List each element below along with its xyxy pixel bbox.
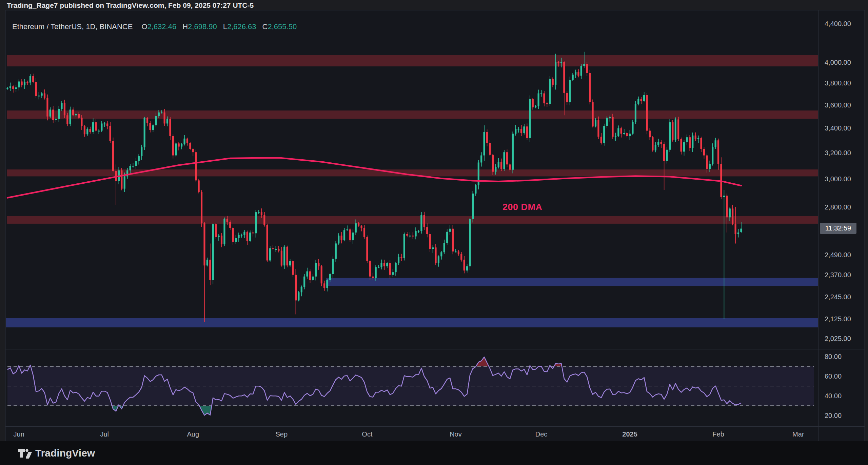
tradingview-screenshot: 4,400.004,000.003,800.003,600.003,400.00…: [0, 0, 868, 465]
price-axis-label: 4,400.00: [825, 20, 851, 27]
support-zone: [326, 278, 818, 286]
time-axis-label: Mar: [792, 430, 804, 438]
close-value: 2,655.50: [268, 22, 297, 31]
time-axis-label: Jun: [14, 430, 24, 438]
time-axis-label: Oct: [362, 430, 373, 438]
price-axis-label: 2,245.00: [825, 293, 851, 301]
resistance-zone: [7, 216, 818, 224]
time-axis-label: Nov: [450, 430, 462, 438]
low-value: 2,626.63: [227, 22, 256, 31]
tradingview-logo-icon: [18, 448, 33, 460]
price-axis-label: 3,000.00: [825, 175, 851, 183]
price-axis-label: 2,025.00: [825, 335, 851, 342]
high-value: 2,698.90: [188, 22, 217, 31]
bar-close-countdown: 11:32:59: [820, 223, 856, 234]
close-label: C: [262, 22, 268, 31]
price-axis-label: 2,370.00: [825, 271, 851, 279]
price-axis-label: 4,000.00: [825, 59, 851, 66]
chart-canvas[interactable]: 4,400.004,000.003,800.003,600.003,400.00…: [0, 0, 868, 465]
time-axis-label: Dec: [535, 430, 548, 438]
resistance-zone: [7, 55, 818, 66]
price-axis-label: 3,600.00: [825, 101, 851, 109]
support-zone: [6, 318, 818, 327]
price-axis-label: 2,800.00: [825, 203, 851, 211]
price-axis-label: 2,125.00: [825, 315, 851, 323]
rsi-axis-label: 80.00: [825, 353, 842, 360]
price-axis-label: 3,400.00: [825, 124, 851, 132]
time-axis-label: Feb: [712, 430, 724, 438]
ma200-annotation: 200 DMA: [502, 202, 542, 213]
symbol-name: Ethereum / TetherUS, 1D, BINANCE: [12, 22, 133, 31]
footer-bar: TradingView: [0, 441, 868, 465]
time-axis-label: Aug: [187, 430, 199, 438]
price-axis-label: 3,200.00: [825, 149, 851, 157]
open-label: O: [141, 22, 147, 31]
price-axis-label: 2,490.00: [825, 251, 851, 259]
tradingview-brand-text: TradingView: [35, 447, 95, 459]
symbol-legend[interactable]: Ethereum / TetherUS, 1D, BINANCEO2,632.4…: [12, 22, 297, 32]
price-axis-label: 3,800.00: [825, 79, 851, 87]
publish-title: Trading_Rage7 published on TradingView.c…: [7, 0, 254, 11]
low-label: L: [223, 22, 227, 31]
time-axis-label: Sep: [276, 430, 288, 438]
rsi-axis-label: 60.00: [825, 372, 842, 380]
rsi-axis-label: 20.00: [825, 412, 842, 419]
time-axis-label: 2025: [622, 430, 637, 438]
time-axis-label: Jul: [100, 430, 109, 438]
open-value: 2,632.46: [147, 22, 177, 31]
high-label: H: [182, 22, 188, 31]
rsi-axis-label: 40.00: [825, 392, 842, 400]
resistance-zone: [7, 110, 818, 119]
